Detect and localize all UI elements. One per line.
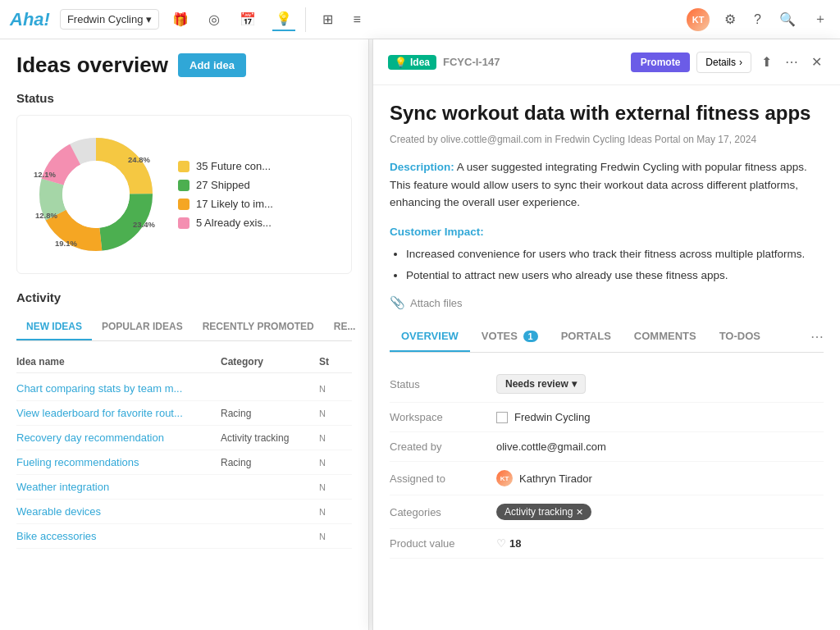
details-label: Details	[705, 57, 736, 68]
idea-detail-panel: 💡 Idea FCYC-I-147 Promote Details › ⬆ ⋯ …	[372, 39, 840, 630]
nav-divider	[305, 7, 306, 32]
idea-link[interactable]: Fueling recommendations	[16, 456, 221, 468]
donut-chart: 24.8% 23.4% 19.1% 12.1% 12.8%	[30, 129, 162, 260]
plus-icon[interactable]: ＋	[810, 7, 830, 31]
top-nav: Aha! Fredwin Cycling ▾ 🎁 ◎ 📅 💡 ⊞ ≡ KT ⚙ …	[0, 0, 840, 39]
legend-dot-shipped	[178, 180, 189, 191]
pct-lightgreen: 12.1%	[34, 170, 56, 179]
more-options-button[interactable]: ⋯	[782, 51, 801, 73]
share-button[interactable]: ⬆	[758, 51, 775, 73]
field-product-value: Product value ♡ 18	[390, 529, 824, 559]
nav-right: KT ⚙ ? 🔍 ＋	[687, 7, 830, 31]
promote-button[interactable]: Promote	[631, 52, 691, 72]
chart-inner: 24.8% 23.4% 19.1% 12.1% 12.8% 35 Future …	[30, 129, 338, 260]
grid-icon[interactable]: ⊞	[319, 8, 336, 30]
field-categories: Categories Activity tracking ✕	[390, 495, 824, 529]
impact-item: Potential to attract new users who alrea…	[406, 267, 824, 284]
field-assigned-to: Assigned to KT Kathryn Tirador	[390, 462, 824, 495]
view-icons: ⊞ ≡	[319, 8, 363, 30]
tab-re[interactable]: RE...	[324, 314, 366, 340]
status-cell: N	[319, 532, 352, 541]
legend-dot-already	[178, 217, 189, 229]
legend-item-future: 35 Future con...	[178, 160, 273, 172]
status-cell: N	[319, 384, 352, 394]
workspace-icon	[496, 412, 508, 423]
details-button[interactable]: Details ›	[696, 52, 751, 73]
paperclip-icon: 📎	[390, 295, 405, 310]
nav-icons: 🎁 ◎ 📅 💡	[169, 7, 295, 31]
idea-link[interactable]: View leaderboard for favorite rout...	[16, 407, 221, 419]
gift-icon[interactable]: 🎁	[169, 8, 192, 30]
tab-popular-ideas[interactable]: POPULAR IDEAS	[92, 314, 193, 340]
help-icon[interactable]: ?	[751, 9, 765, 30]
table-row: Wearable devices N	[16, 500, 352, 524]
idea-id: FCYC-I-147	[443, 56, 500, 68]
page-title-row: Ideas overview Add idea	[16, 52, 352, 78]
left-panel: Ideas overview Add idea Status	[0, 39, 369, 630]
detail-body: Sync workout data with external fitness …	[373, 85, 840, 630]
table-row: Bike accessories N	[16, 524, 352, 549]
avatar[interactable]: KT	[687, 8, 710, 31]
legend-label-shipped: 27 Shipped	[196, 179, 250, 191]
field-created-by: Created by olive.cottle@gmail.com	[390, 432, 824, 462]
chevron-right-icon: ›	[739, 57, 742, 68]
status-chart-container: 24.8% 23.4% 19.1% 12.1% 12.8% 35 Future …	[16, 115, 352, 274]
status-cell: N	[319, 458, 352, 468]
field-value-categories: Activity tracking ✕	[496, 504, 824, 520]
idea-link[interactable]: Weather integration	[16, 481, 221, 493]
tab-todos[interactable]: TO-DOS	[708, 322, 772, 352]
workspace-selector[interactable]: Fredwin Cycling ▾	[60, 9, 159, 30]
tab-comments[interactable]: COMMENTS	[623, 322, 708, 352]
legend-dot-likely	[178, 199, 189, 210]
calendar-icon[interactable]: 📅	[236, 8, 259, 30]
tab-recently-promoted[interactable]: RECENTLY PROMOTED	[193, 314, 324, 340]
assignee-avatar: KT	[496, 470, 513, 486]
gear-icon[interactable]: ⚙	[721, 8, 739, 30]
created-by-value: olive.cottle@gmail.com	[496, 441, 606, 453]
field-label-assigned-to: Assigned to	[390, 472, 496, 485]
status-cell: N	[319, 433, 352, 443]
tag-remove-icon[interactable]: ✕	[576, 507, 583, 518]
col-category: Category	[221, 356, 319, 368]
tab-portals[interactable]: PORTALS	[550, 322, 623, 352]
tab-votes[interactable]: VOTES 1	[470, 322, 550, 352]
table-row: View leaderboard for favorite rout... Ra…	[16, 401, 352, 426]
category-tag-label: Activity tracking	[504, 506, 573, 518]
target-icon[interactable]: ◎	[205, 8, 223, 30]
table-header: Idea name Category St	[16, 351, 352, 373]
category-cell: Racing	[221, 457, 319, 468]
status-cell: N	[319, 482, 352, 492]
chevron-down-icon: ▾	[146, 13, 152, 25]
bulb-icon[interactable]: 💡	[272, 7, 295, 31]
tab-overview[interactable]: OVERVIEW	[390, 322, 470, 352]
idea-link[interactable]: Chart comparing stats by team m...	[16, 382, 221, 395]
status-cell: N	[319, 507, 352, 517]
brand-logo: Aha!	[10, 9, 50, 30]
status-cell: N	[319, 409, 352, 418]
pct-green: 23.4%	[133, 220, 155, 229]
legend-label-likely: 17 Likely to im...	[196, 198, 273, 210]
main-layout: Ideas overview Add idea Status	[0, 39, 840, 630]
left-content: Ideas overview Add idea Status	[0, 39, 368, 562]
idea-link[interactable]: Bike accessories	[16, 530, 221, 542]
attach-files-row[interactable]: 📎 Attach files	[390, 295, 824, 310]
pct-pink: 12.8%	[35, 211, 57, 220]
field-workspace: Workspace Fredwin Cycling	[390, 403, 824, 432]
idea-link[interactable]: Recovery day recommendation	[16, 431, 221, 444]
add-idea-button[interactable]: Add idea	[178, 53, 246, 77]
close-button[interactable]: ✕	[808, 51, 825, 73]
status-badge[interactable]: Needs review ▾	[496, 374, 586, 394]
votes-badge: 1	[523, 331, 538, 342]
list-icon[interactable]: ≡	[349, 9, 363, 30]
legend-item-likely: 17 Likely to im...	[178, 198, 273, 210]
pct-orange: 19.1%	[55, 239, 77, 248]
tab-new-ideas[interactable]: NEW IDEAS	[16, 314, 92, 340]
workspace-value: Fredwin Cycling	[514, 411, 590, 423]
search-icon[interactable]: 🔍	[776, 8, 799, 30]
idea-link[interactable]: Wearable devices	[16, 505, 221, 518]
activity-section: Activity NEW IDEAS POPULAR IDEAS RECENTL…	[16, 290, 352, 549]
more-tabs-button[interactable]: ⋯	[810, 329, 824, 345]
impact-item: Increased convenience for users who trac…	[406, 246, 824, 262]
field-value-product-value: ♡ 18	[496, 537, 824, 550]
product-value-number: 18	[509, 537, 521, 550]
